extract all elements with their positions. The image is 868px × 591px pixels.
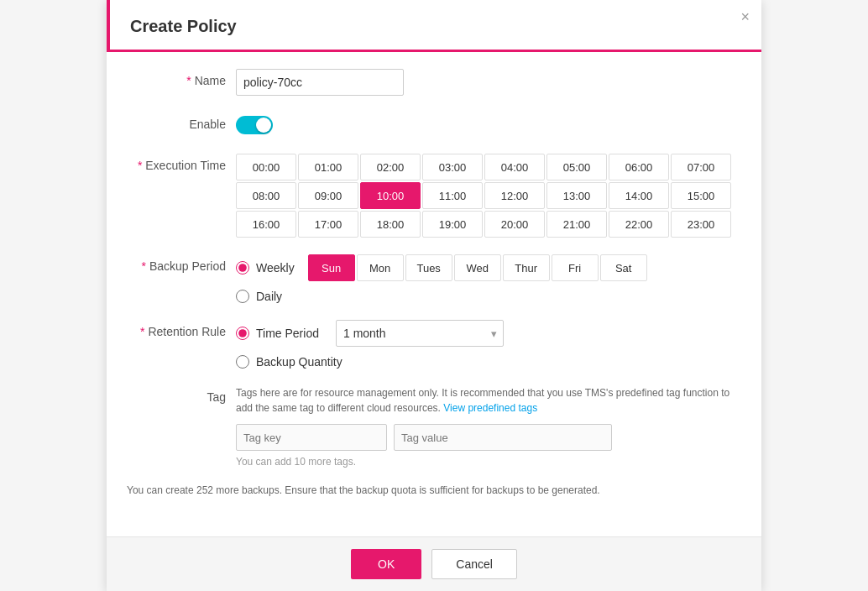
time-row-1: 00:00 01:00 02:00 03:00 04:00 05:00 06:0…: [236, 154, 741, 180]
daily-label: Daily: [256, 290, 282, 303]
day-buttons: Sun Mon Tues Wed Thur Fri Sat: [308, 254, 647, 281]
modal-title: Create Policy: [107, 0, 761, 52]
time-cell-2200[interactable]: 22:00: [609, 211, 669, 238]
time-cell-1000[interactable]: 10:00: [360, 182, 421, 209]
daily-radio[interactable]: [236, 290, 249, 303]
tag-control: Tags here are for resource management on…: [236, 385, 741, 468]
toggle-slider: [236, 116, 273, 134]
time-period-row: Time Period 1 month 2 months 3 months 6 …: [236, 320, 741, 347]
execution-time-row: Execution Time 00:00 01:00 02:00 03:00 0…: [127, 154, 741, 238]
time-cell-0900[interactable]: 09:00: [298, 182, 358, 209]
time-cell-1900[interactable]: 19:00: [422, 211, 483, 238]
period-options: Weekly Sun Mon Tues Wed Thur Fri Sat: [236, 254, 741, 303]
tag-value-input[interactable]: [394, 424, 612, 451]
day-btn-wed[interactable]: Wed: [454, 254, 501, 281]
time-row-3: 16:00 17:00 18:00 19:00 20:00 21:00 22:0…: [236, 211, 741, 238]
time-cell-0500[interactable]: 05:00: [546, 154, 607, 180]
retention-rule-row: Retention Rule Time Period 1 month 2 mon…: [127, 320, 741, 369]
daily-row: Daily: [236, 290, 741, 303]
time-cell-1200[interactable]: 12:00: [484, 182, 545, 209]
weekly-row: Weekly Sun Mon Tues Wed Thur Fri Sat: [236, 254, 741, 281]
tag-description: Tags here are for resource management on…: [236, 385, 741, 416]
day-btn-sun[interactable]: Sun: [308, 254, 355, 281]
time-grid: 00:00 01:00 02:00 03:00 04:00 05:00 06:0…: [236, 154, 741, 238]
time-cell-0800[interactable]: 08:00: [236, 182, 296, 209]
time-cell-0000[interactable]: 00:00: [236, 154, 296, 180]
time-cell-0700[interactable]: 07:00: [671, 154, 731, 180]
enable-row: Enable: [127, 112, 741, 137]
backup-quantity-label: Backup Quantity: [256, 355, 342, 369]
retention-options-wrap: Time Period 1 month 2 months 3 months 6 …: [236, 320, 741, 369]
toggle-wrap: [236, 112, 273, 134]
backup-quota-info: You can create 252 more backups. Ensure …: [127, 484, 741, 496]
retention-rule-label: Retention Rule: [127, 320, 236, 338]
close-button[interactable]: ×: [740, 8, 750, 26]
name-label: Name: [127, 69, 236, 87]
name-input[interactable]: [236, 69, 404, 96]
tag-row: Tag Tags here are for resource managemen…: [127, 385, 741, 468]
weekly-label: Weekly: [256, 261, 295, 275]
retention-select[interactable]: 1 month 2 months 3 months 6 months 1 yea…: [336, 320, 504, 347]
view-predefined-tags-link[interactable]: View predefined tags: [443, 402, 537, 414]
backup-quantity-radio[interactable]: [236, 355, 249, 369]
tag-inputs: [236, 424, 741, 451]
time-period-radio[interactable]: [236, 327, 249, 340]
time-cell-0100[interactable]: 01:00: [298, 154, 358, 180]
backup-period-row: Backup Period Weekly Sun Mon Tues Wed Th…: [127, 254, 741, 303]
time-cell-1700[interactable]: 17:00: [298, 211, 358, 238]
time-cell-1500[interactable]: 15:00: [671, 182, 731, 209]
retention-control: Time Period 1 month 2 months 3 months 6 …: [236, 320, 741, 369]
day-btn-fri[interactable]: Fri: [552, 254, 599, 281]
time-row-2: 08:00 09:00 10:00 11:00 12:00 13:00 14:0…: [236, 182, 741, 209]
day-btn-thur[interactable]: Thur: [503, 254, 550, 281]
create-policy-modal: × Create Policy Name Enable Ex: [107, 0, 761, 591]
time-cell-2000[interactable]: 20:00: [484, 211, 545, 238]
cancel-button[interactable]: Cancel: [431, 549, 517, 579]
time-cell-1600[interactable]: 16:00: [236, 211, 296, 238]
retention-select-wrap: 1 month 2 months 3 months 6 months 1 yea…: [336, 320, 504, 347]
weekly-radio[interactable]: [236, 261, 249, 275]
ok-button[interactable]: OK: [351, 549, 421, 579]
enable-control: [236, 112, 741, 137]
time-cell-1800[interactable]: 18:00: [360, 211, 421, 238]
time-cell-0200[interactable]: 02:00: [360, 154, 421, 180]
time-cell-0400[interactable]: 04:00: [484, 154, 545, 180]
time-period-label: Time Period: [256, 327, 319, 340]
modal-footer: OK Cancel: [107, 536, 761, 591]
execution-time-label: Execution Time: [127, 154, 236, 172]
time-cell-2300[interactable]: 23:00: [671, 211, 731, 238]
tag-key-input[interactable]: [236, 424, 387, 451]
time-cell-1300[interactable]: 13:00: [546, 182, 607, 209]
period-control: Weekly Sun Mon Tues Wed Thur Fri Sat: [236, 254, 741, 303]
time-cell-1400[interactable]: 14:00: [609, 182, 669, 209]
backup-period-label: Backup Period: [127, 254, 236, 273]
modal-body: Name Enable Execution Time: [107, 52, 761, 536]
tag-hint: You can add 10 more tags.: [236, 456, 741, 468]
tag-label: Tag: [127, 385, 236, 404]
time-cell-2100[interactable]: 21:00: [546, 211, 607, 238]
time-cell-0300[interactable]: 03:00: [422, 154, 483, 180]
name-control: [236, 69, 741, 96]
time-grid-wrap: 00:00 01:00 02:00 03:00 04:00 05:00 06:0…: [236, 154, 741, 238]
backup-quantity-row: Backup Quantity: [236, 355, 741, 369]
time-cell-0600[interactable]: 06:00: [609, 154, 669, 180]
enable-toggle[interactable]: [236, 116, 273, 134]
time-cell-1100[interactable]: 11:00: [422, 182, 483, 209]
enable-label: Enable: [127, 112, 236, 131]
name-row: Name: [127, 69, 741, 96]
day-btn-tues[interactable]: Tues: [405, 254, 452, 281]
day-btn-sat[interactable]: Sat: [600, 254, 647, 281]
day-btn-mon[interactable]: Mon: [357, 254, 404, 281]
